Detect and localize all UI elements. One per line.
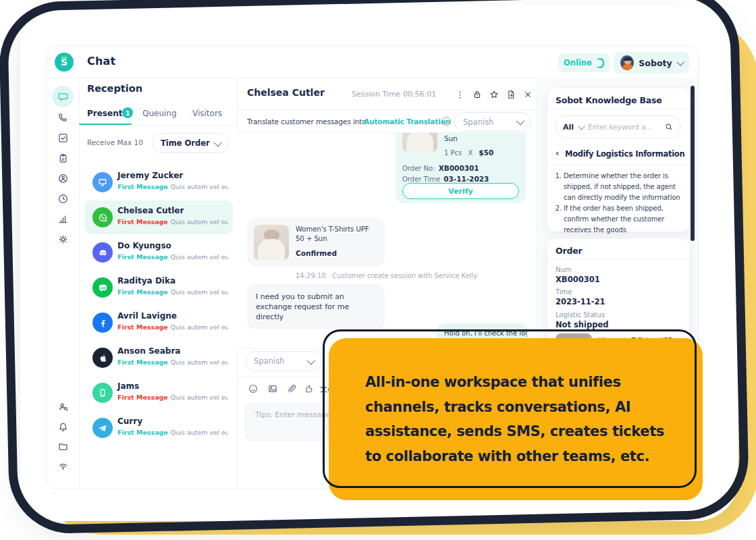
sidebar-item-tickets[interactable] bbox=[51, 148, 74, 168]
star-button[interactable] bbox=[487, 88, 501, 101]
sidebar-item-notifications[interactable] bbox=[51, 416, 74, 437]
user-name: Soboty bbox=[639, 58, 672, 68]
kb-article-title[interactable]: Modify Logistics Information bbox=[565, 149, 684, 159]
product-message-card: Women's T-Shirts UPF 50 + Sun Confirmed bbox=[247, 218, 385, 267]
lock-session-button[interactable] bbox=[470, 88, 484, 101]
translate-language-value: Spanish bbox=[463, 117, 493, 127]
contact-name: Jeremy Zucker bbox=[117, 171, 183, 180]
product-qty-price: 1 Pcs X $50 bbox=[444, 145, 493, 158]
back-chevron-icon[interactable]: ‹ bbox=[556, 148, 564, 158]
sidebar-item-tasks[interactable] bbox=[51, 128, 74, 148]
sobot-logo[interactable]: S bbox=[55, 53, 74, 72]
sidebar-item-contact-search[interactable] bbox=[51, 396, 74, 416]
product-image bbox=[254, 225, 289, 260]
attachment-button[interactable] bbox=[285, 382, 298, 396]
message-preview: Quis autem vel eum iu... bbox=[171, 288, 228, 296]
channel-icon-apple bbox=[92, 348, 113, 368]
kb-step: Determine whether the order is shipped, … bbox=[564, 171, 682, 203]
sidebar-item-network[interactable] bbox=[51, 456, 74, 476]
list-item-do-kyungso[interactable]: Do Kyungso First MessageQuis autem vel e… bbox=[84, 236, 233, 269]
contact-name: Do Kyungso bbox=[117, 241, 171, 250]
list-item-jeremy-zucker[interactable]: Jeremy Zucker First MessageQuis autem ve… bbox=[84, 165, 233, 199]
sidebar-item-agents[interactable] bbox=[51, 168, 74, 188]
system-message-text: Customer create session with Service Kel… bbox=[332, 272, 477, 279]
chat-icon bbox=[57, 91, 69, 103]
svg-text:LINE: LINE bbox=[99, 286, 106, 289]
list-item-anson-seabra[interactable]: Anson Seabra First MessageQuis autem vel… bbox=[84, 341, 233, 375]
order-time-value: 2023-11-21 bbox=[556, 297, 605, 306]
image-button[interactable] bbox=[266, 382, 279, 396]
list-item-chelsea-cutler[interactable]: Chelsea Cutler First MessageQuis autem v… bbox=[84, 200, 233, 234]
sidebar-item-settings[interactable] bbox=[51, 229, 74, 249]
list-item-avril-lavigne[interactable]: Avril Lavigne First MessageQuis autem ve… bbox=[84, 306, 233, 340]
online-status-pill[interactable]: Online bbox=[558, 53, 610, 72]
list-item-raditya-dika[interactable]: LINE Raditya Dika First MessageQuis aute… bbox=[84, 271, 233, 304]
tab-queuing[interactable]: Queuing bbox=[142, 109, 177, 118]
tab-visitors[interactable]: Visitors bbox=[192, 109, 222, 118]
contact-name: Curry bbox=[117, 416, 142, 426]
message-preview: Quis autem vel eum iu... bbox=[171, 429, 228, 436]
first-message-label: First Message bbox=[117, 218, 168, 225]
system-message: 14:29:10 Customer create session with Se… bbox=[237, 272, 536, 279]
translate-label: Translate customer messages into bbox=[247, 117, 367, 126]
phone-icon bbox=[57, 112, 69, 124]
search-icon[interactable] bbox=[664, 122, 674, 132]
sidebar-item-calls[interactable] bbox=[51, 107, 74, 128]
clock-icon bbox=[57, 193, 69, 205]
channel-icon-web bbox=[92, 172, 113, 192]
chat-message-list[interactable]: Sun 1 Pcs X $50 Order No: XB000301 Order… bbox=[237, 133, 536, 348]
kb-search-placeholder: Enter keyword a... bbox=[588, 123, 660, 131]
system-message-time: 14:29:10 bbox=[296, 272, 326, 279]
first-message-label: First Message bbox=[117, 323, 168, 331]
bar-chart-icon bbox=[57, 213, 69, 225]
contact-name: Avril Lavigne bbox=[117, 311, 177, 321]
page: S Chat Online Soboty bbox=[0, 0, 756, 540]
logistic-status-label: Logistic Status bbox=[556, 311, 605, 319]
more-options-button[interactable] bbox=[453, 88, 466, 101]
sidebar-item-files[interactable] bbox=[51, 436, 74, 456]
reception-title: Reception bbox=[87, 83, 142, 94]
close-icon[interactable] bbox=[521, 88, 535, 101]
chevron-down-icon bbox=[214, 138, 223, 146]
card-divider bbox=[547, 109, 689, 109]
user-menu[interactable]: Soboty bbox=[614, 52, 689, 74]
sidebar-item-chat[interactable] bbox=[52, 86, 74, 107]
order-time-value: 03-11-2023 bbox=[443, 175, 489, 183]
kb-steps-list: Determine whether the order is shipped, … bbox=[564, 171, 682, 236]
channel-icon-whatsapp bbox=[92, 207, 113, 227]
channel-icon-discord bbox=[92, 242, 113, 263]
verify-button[interactable]: Verify bbox=[402, 183, 519, 199]
receive-max-label: Receive Max 10 bbox=[87, 138, 143, 146]
list-item-curry[interactable]: Curry First MessageQuis autem vel eum iu… bbox=[84, 411, 233, 445]
kb-filter-value[interactable]: All bbox=[563, 123, 574, 132]
like-button[interactable] bbox=[302, 382, 316, 396]
tab-present[interactable]: Present bbox=[87, 109, 122, 118]
tabs-divider bbox=[79, 125, 237, 126]
folder-icon bbox=[57, 441, 69, 452]
check-square-icon bbox=[57, 132, 69, 144]
customer-message-bubble: I need you to submit an exchange request… bbox=[247, 284, 385, 329]
composer-language-select[interactable]: Spanish bbox=[245, 351, 322, 371]
list-item-jams[interactable]: Jams First MessageQuis autem vel eum iu.… bbox=[84, 376, 233, 410]
emoji-button[interactable] bbox=[246, 382, 260, 396]
kb-search[interactable]: All Enter keyword a... bbox=[556, 115, 681, 138]
info-icon[interactable]: i bbox=[442, 117, 451, 126]
sidebar-item-history[interactable] bbox=[51, 188, 74, 209]
sort-order-value: Time Order bbox=[161, 138, 210, 148]
sidebar-item-analytics[interactable] bbox=[51, 209, 74, 229]
sort-order-select[interactable]: Time Order bbox=[152, 133, 229, 153]
gear-icon bbox=[57, 234, 69, 245]
card-divider bbox=[547, 164, 689, 165]
translate-mode-link[interactable]: Automatic Translation bbox=[364, 117, 450, 126]
panel-scrollbar[interactable] bbox=[691, 86, 695, 241]
online-toggle[interactable] bbox=[596, 58, 604, 68]
export-file-button[interactable] bbox=[504, 88, 518, 101]
product-image bbox=[402, 133, 437, 152]
price: $50 bbox=[479, 148, 493, 157]
agent-icon bbox=[57, 173, 69, 184]
times: X bbox=[468, 149, 473, 157]
qty: 1 Pcs bbox=[444, 149, 462, 157]
chevron-down-icon bbox=[307, 356, 316, 364]
knowledge-base-title: Sobot Knowledge Base bbox=[556, 95, 662, 105]
translate-language-select[interactable]: Spanish bbox=[454, 112, 531, 132]
